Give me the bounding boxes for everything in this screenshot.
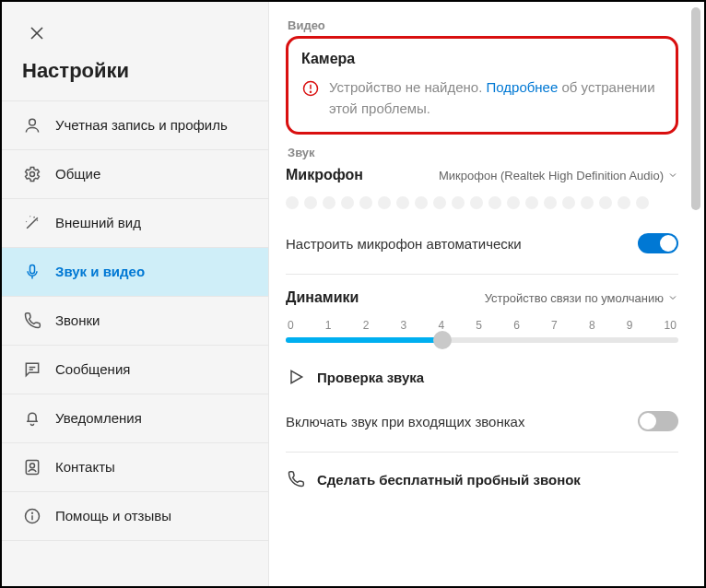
sidebar-item-label: Внешний вид [55, 214, 141, 232]
svg-point-15 [311, 91, 312, 92]
slider-thumb[interactable] [433, 331, 452, 349]
user-icon [22, 115, 42, 135]
ring-incoming-label: Включать звук при входящих звонках [286, 414, 524, 429]
slider-fill [286, 337, 442, 343]
slider-scale: 012345678910 [286, 319, 678, 332]
phone-icon [286, 469, 306, 489]
chat-icon [22, 359, 42, 380]
camera-error-block: Камера Устройство не найдено. Подробнее … [286, 36, 678, 135]
camera-error-link[interactable]: Подробнее [487, 79, 559, 95]
microphone-level-meter [286, 196, 678, 209]
test-call-button[interactable]: Сделать бесплатный пробный звонок [286, 469, 678, 489]
camera-title: Камера [301, 48, 663, 70]
alert-icon [301, 79, 320, 98]
speakers-device-dropdown[interactable]: Устройство связи по умолчанию [485, 291, 678, 305]
sound-section-label: Звук [288, 146, 678, 159]
camera-error-text: Устройство не найдено. Подробнее об устр… [329, 77, 663, 119]
phone-icon [22, 311, 42, 331]
sidebar-item-label: Звонки [55, 312, 100, 330]
svg-point-2 [29, 119, 36, 125]
sidebar-item-appearance[interactable]: Внешний вид [2, 198, 268, 248]
sidebar-item-contacts[interactable]: Контакты [2, 442, 268, 492]
close-icon [29, 26, 44, 41]
play-icon [286, 367, 306, 387]
settings-sidebar: Настройки Учетная запись и профиль Общие… [2, 2, 269, 586]
sidebar-item-general[interactable]: Общие [2, 149, 268, 199]
sidebar-item-label: Сообщения [55, 360, 130, 379]
sidebar-item-calls[interactable]: Звонки [2, 296, 268, 346]
test-audio-button[interactable]: Проверка звука [286, 367, 678, 387]
wand-icon [22, 213, 42, 233]
speakers-volume-slider[interactable]: 012345678910 [286, 319, 678, 343]
svg-rect-8 [26, 461, 38, 475]
divider [286, 452, 678, 453]
sidebar-item-messages[interactable]: Сообщения [2, 345, 268, 394]
gear-icon [22, 164, 42, 184]
sidebar-item-account[interactable]: Учетная запись и профиль [2, 100, 268, 150]
svg-point-12 [32, 512, 33, 513]
auto-mic-toggle[interactable] [638, 233, 678, 253]
scrollbar-thumb[interactable] [691, 7, 700, 210]
auto-mic-label: Настроить микрофон автоматически [286, 236, 522, 252]
microphone-device-dropdown[interactable]: Микрофон (Realtek High Definition Audio) [439, 169, 678, 182]
sidebar-item-label: Контакты [55, 458, 115, 476]
sidebar-item-label: Общие [55, 165, 100, 183]
svg-rect-4 [30, 265, 35, 274]
microphone-title: Микрофон [286, 167, 363, 183]
sidebar-item-help[interactable]: Помощь и отзывы [2, 491, 268, 541]
scrollbar[interactable] [691, 7, 700, 581]
info-icon [22, 506, 42, 526]
svg-point-3 [30, 172, 35, 177]
sidebar-item-label: Помощь и отзывы [55, 507, 171, 525]
svg-marker-16 [291, 370, 302, 382]
sidebar-item-label: Учетная запись и профиль [55, 116, 228, 135]
speakers-title: Динамики [286, 289, 359, 306]
video-section-label: Видео [288, 18, 678, 32]
ring-incoming-toggle[interactable] [638, 411, 678, 431]
svg-point-9 [30, 464, 35, 468]
sidebar-item-label: Уведомления [55, 409, 142, 428]
sidebar-item-label: Звук и видео [55, 263, 145, 281]
settings-main: Видео Камера Устройство не найдено. Подр… [269, 2, 704, 489]
close-button[interactable] [18, 15, 55, 52]
contacts-icon [22, 457, 42, 477]
sidebar-item-audio-video[interactable]: Звук и видео [2, 247, 268, 297]
sidebar-item-notifications[interactable]: Уведомления [2, 394, 268, 443]
sidebar-title: Настройки [2, 52, 268, 101]
chevron-down-icon [667, 170, 678, 181]
bell-icon [22, 408, 42, 429]
chevron-down-icon [667, 292, 678, 303]
divider [286, 274, 678, 275]
microphone-icon [22, 262, 42, 282]
